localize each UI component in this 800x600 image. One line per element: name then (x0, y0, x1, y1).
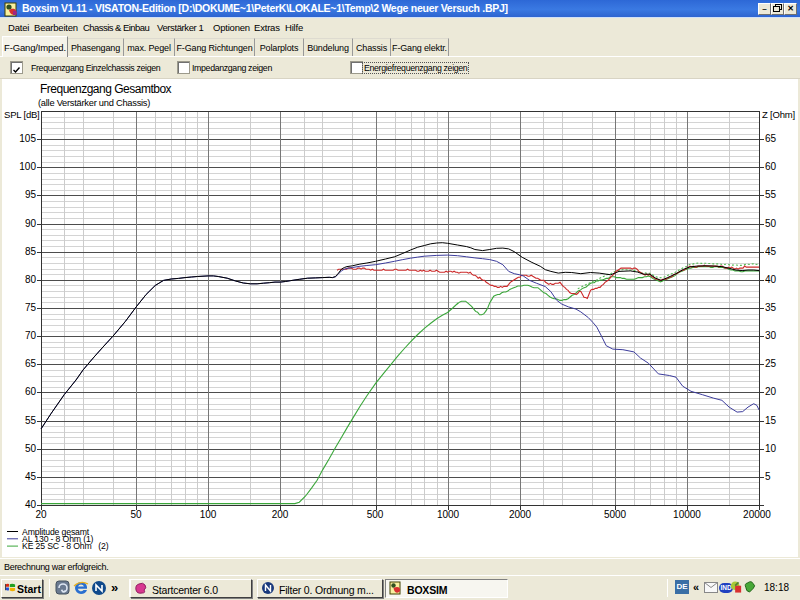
svg-text:50: 50 (25, 443, 37, 454)
svg-text:65: 65 (765, 133, 777, 144)
svg-text:85: 85 (25, 246, 37, 257)
svg-text:35: 35 (765, 302, 777, 313)
svg-text:95: 95 (25, 189, 37, 200)
svg-text:KE 25 SC - 8 Ohm (2): KE 25 SC - 8 Ohm (2) (22, 541, 109, 551)
svg-text:50: 50 (130, 509, 142, 520)
svg-text:105: 105 (19, 133, 36, 144)
svg-text:5000: 5000 (604, 509, 627, 520)
svg-text:25: 25 (765, 358, 777, 369)
svg-text:10000: 10000 (673, 509, 701, 520)
svg-text:60: 60 (765, 161, 777, 172)
svg-text:55: 55 (25, 415, 37, 426)
svg-text:5: 5 (765, 471, 771, 482)
svg-text:20000: 20000 (743, 509, 771, 520)
svg-text:90: 90 (25, 218, 37, 229)
svg-text:500: 500 (367, 509, 384, 520)
svg-text:45: 45 (765, 246, 777, 257)
svg-text:65: 65 (25, 358, 37, 369)
svg-text:15: 15 (765, 415, 777, 426)
svg-text:100: 100 (19, 161, 36, 172)
svg-text:20: 20 (765, 386, 777, 397)
svg-text:30: 30 (765, 330, 777, 341)
svg-text:20: 20 (35, 509, 47, 520)
svg-text:60: 60 (25, 386, 37, 397)
svg-text:80: 80 (25, 274, 37, 285)
svg-text:55: 55 (765, 189, 777, 200)
svg-text:1000: 1000 (437, 509, 460, 520)
svg-text:75: 75 (25, 302, 37, 313)
svg-text:50: 50 (765, 218, 777, 229)
svg-text:2000: 2000 (509, 509, 532, 520)
svg-text:70: 70 (25, 330, 37, 341)
svg-text:200: 200 (272, 509, 289, 520)
svg-text:10: 10 (765, 443, 777, 454)
svg-text:100: 100 (200, 509, 217, 520)
svg-text:45: 45 (25, 471, 37, 482)
svg-text:40: 40 (765, 274, 777, 285)
